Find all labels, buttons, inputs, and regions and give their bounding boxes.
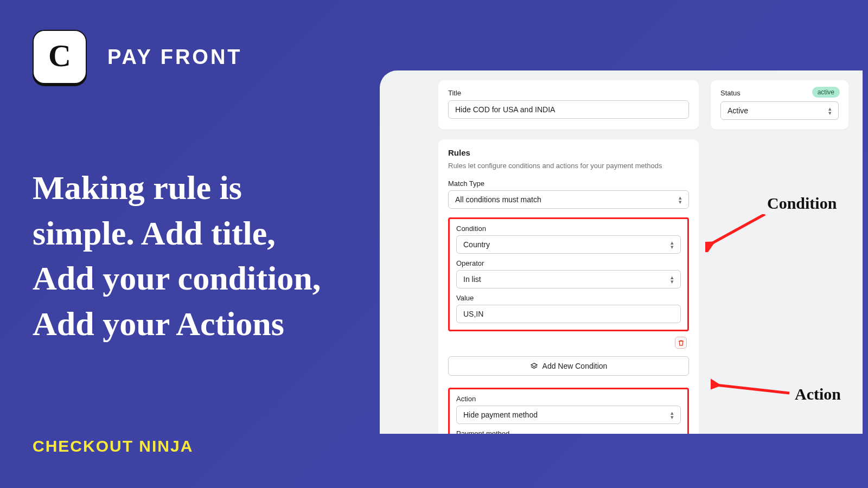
chevron-updown-icon: ▴▾	[671, 240, 674, 249]
title-card: Title	[438, 80, 699, 130]
brand-logo-glyph: C	[48, 37, 71, 74]
chevron-updown-icon: ▴▾	[679, 195, 682, 204]
add-condition-button[interactable]: Add New Condition	[448, 356, 689, 376]
action-frame: Action Hide payment method ▴▾ Payment me…	[448, 388, 689, 434]
brand-header: C PAY FRONT	[33, 30, 336, 84]
status-select[interactable]: Active ▴▾	[720, 101, 839, 120]
add-condition-label: Add New Condition	[542, 362, 608, 370]
operator-label: Operator	[456, 259, 681, 267]
brand-name: PAY FRONT	[107, 46, 242, 69]
rules-card: Rules Rules let configure conditions and…	[438, 139, 699, 434]
condition-frame: Condition Country ▴▾ Operator In list ▴▾…	[448, 217, 689, 331]
condition-label: Condition	[456, 224, 681, 233]
operator-value: In list	[463, 275, 481, 284]
value-label: Value	[456, 294, 681, 302]
condition-value: Country	[463, 240, 490, 249]
layers-plus-icon	[530, 362, 538, 370]
app-panel: Title Status active Active ▴▾ Rules Rule…	[380, 70, 863, 434]
trash-icon	[678, 339, 685, 346]
chevron-updown-icon: ▴▾	[671, 275, 674, 284]
callout-condition: Condition	[767, 194, 837, 213]
brand-logo: C	[33, 30, 87, 84]
rules-heading: Rules	[448, 148, 689, 157]
callout-action: Action	[795, 385, 841, 403]
title-input[interactable]	[448, 100, 689, 119]
delete-condition-button[interactable]	[675, 337, 687, 349]
operator-select[interactable]: In list ▴▾	[456, 270, 681, 288]
status-card: Status active Active ▴▾	[711, 80, 848, 130]
match-type-select[interactable]: All conditions must match ▴▾	[448, 190, 689, 209]
payment-method-label: Payment method	[456, 429, 681, 434]
status-select-value: Active	[727, 106, 748, 115]
action-label: Action	[456, 395, 681, 403]
match-type-value: All conditions must match	[455, 195, 541, 204]
title-label: Title	[448, 89, 689, 97]
value-input[interactable]	[456, 305, 681, 323]
action-select[interactable]: Hide payment method ▴▾	[456, 406, 681, 424]
action-value: Hide payment method	[463, 410, 538, 419]
marketing-headline: Making rule is simple. Add title, Add yo…	[33, 165, 336, 347]
footer-brand: CHECKOUT NINJA	[33, 437, 193, 455]
chevron-updown-icon: ▴▾	[828, 106, 832, 115]
status-badge: active	[812, 87, 840, 98]
condition-select[interactable]: Country ▴▾	[456, 235, 681, 254]
chevron-updown-icon: ▴▾	[671, 410, 674, 419]
match-type-label: Match Type	[448, 179, 689, 188]
rules-subtitle: Rules let configure conditions and actio…	[448, 162, 689, 170]
